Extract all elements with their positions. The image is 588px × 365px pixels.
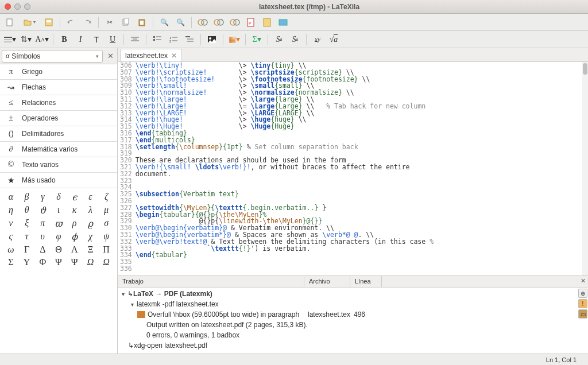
symbol[interactable]: σ [99,218,114,229]
symbol[interactable]: ϕ [67,231,82,242]
sidebar-item[interactable]: ⟨⟩Delimitadores [0,126,117,142]
symbol[interactable]: β [20,192,34,203]
symbol[interactable]: α [3,192,18,203]
build-1-button[interactable] [195,15,210,29]
symbol[interactable]: φ [51,231,66,242]
symbol[interactable]: χ [83,231,98,242]
symbol[interactable]: η [3,205,18,216]
symbol[interactable]: ε [83,192,98,203]
view-button[interactable] [276,15,291,29]
symbol[interactable]: Γ [20,244,34,255]
itemize-button[interactable] [150,33,165,46]
symbol[interactable]: λ [83,205,98,216]
sqrt-button[interactable]: √a [326,33,341,46]
window-minimize-button[interactable] [14,3,21,10]
symbol[interactable]: ς [3,231,18,242]
sidebar-item[interactable]: ∂Matemática varios [0,142,117,157]
symbol[interactable]: Ξ [83,244,98,255]
bold-button[interactable]: B [57,33,72,46]
symbol[interactable]: Λ [67,244,82,255]
table-button[interactable]: ▦▾ [227,33,242,46]
frac-button[interactable]: xy [310,33,325,46]
symbol[interactable]: π [35,218,50,229]
sidebar-item[interactable]: ©Texto varios [0,157,117,173]
replace-button[interactable]: 🔍 [173,15,188,29]
symbol[interactable]: κ [67,205,82,216]
subscript-button[interactable]: Sa [288,33,303,46]
cut-button[interactable]: ✂ [102,15,117,29]
symbol[interactable]: μ [99,205,114,216]
symbol[interactable]: Σ [3,257,18,267]
output-close-button[interactable]: ✕ [578,276,588,287]
output-filter-2[interactable]: ! [578,299,587,308]
symbol[interactable]: ι [51,205,66,216]
symbol[interactable]: ζ [99,192,114,203]
underline-button[interactable]: U [105,33,120,46]
ref-menu[interactable]: ⇅▾ [18,33,33,46]
tab-latexsheet[interactable]: latexsheet.tex ✕ [120,49,182,61]
find-button[interactable]: 🔍 [157,15,172,29]
save-button[interactable] [41,15,56,29]
sidebar-item[interactable]: πGriego [0,64,117,80]
sidebar-item[interactable]: ★Más usado [0,173,117,188]
symbol[interactable]: Δ [35,244,50,255]
symbol[interactable]: ϵ [67,192,82,203]
italic-button[interactable]: I [73,33,88,46]
enumerate-button[interactable]: 12 [166,33,181,46]
figure-button[interactable] [204,33,219,46]
symbol[interactable]: Ω [83,257,98,267]
symbol[interactable]: Υ [20,257,34,267]
symbol[interactable]: δ [51,192,66,203]
code-content[interactable]: \verb!\tiny! \> \tiny{tiny} \\\verb!\scr… [136,62,588,275]
window-close-button[interactable] [5,3,11,10]
sidebar-item[interactable]: ±Operadores [0,111,117,126]
paste-button[interactable] [134,15,149,29]
output-filter-3[interactable]: ▭ [578,309,587,319]
symbol[interactable]: θ [20,205,34,216]
symbol[interactable]: Π [99,244,114,255]
code-editor[interactable]: 3063073083093103113123133143153163173183… [118,62,588,275]
symbol[interactable]: ω [3,244,18,255]
window-maximize-button[interactable] [24,3,30,10]
center-button[interactable] [127,33,142,46]
description-button[interactable] [182,33,197,46]
sum-button[interactable]: Σ▾ [249,33,264,46]
output-col-file[interactable]: Archivo [304,276,350,287]
symbol[interactable]: Θ [51,244,66,255]
symbol[interactable]: ρ [67,218,82,229]
undo-button[interactable] [64,15,79,29]
font-size-menu[interactable]: AA▾ [34,33,49,46]
editor-scrollbar[interactable] [582,62,588,275]
sidebar-item[interactable]: ↝Flechas [0,80,117,95]
symbol[interactable]: Ψ [67,257,82,267]
output-col-line[interactable]: Línea [350,276,382,287]
copy-button[interactable] [118,15,133,29]
symbol[interactable]: ϱ [83,218,98,229]
symbol[interactable]: ϖ [51,218,66,229]
symbol[interactable]: ξ [20,218,34,229]
output-filter-1[interactable]: ⊕ [578,289,587,298]
symbol[interactable]: υ [35,231,50,242]
build-3-button[interactable] [227,15,242,29]
output-cmd[interactable]: latexmk -pdf latexsheet.tex [137,300,588,308]
output-col-job[interactable]: Trabajo [118,276,304,287]
typewriter-button[interactable]: T [89,33,104,46]
tab-close-icon[interactable]: ✕ [171,52,177,60]
sidebar-close-button[interactable]: ✕ [105,52,115,60]
section-menu[interactable]: ▾ [2,33,17,46]
symbol[interactable]: Ω [99,257,114,267]
new-file-button[interactable] [2,15,17,29]
redo-button[interactable] [80,15,95,29]
open-file-button[interactable]: ▾ [18,15,40,29]
symbol[interactable]: τ [20,231,34,242]
superscript-button[interactable]: Sa [272,33,287,46]
output-open-cmd[interactable]: xdg-open latexsheet.pdf [134,341,588,350]
symbol[interactable]: Φ [35,257,50,267]
dvi-button[interactable] [260,15,274,29]
build-2-button[interactable] [211,15,226,29]
symbol[interactable]: ϑ [35,205,50,216]
symbol[interactable]: Ψ [51,257,66,267]
symbols-combo[interactable]: α Símbolos ▾ [2,50,103,63]
symbol[interactable]: ψ [99,231,114,242]
symbol[interactable]: ν [3,218,18,229]
